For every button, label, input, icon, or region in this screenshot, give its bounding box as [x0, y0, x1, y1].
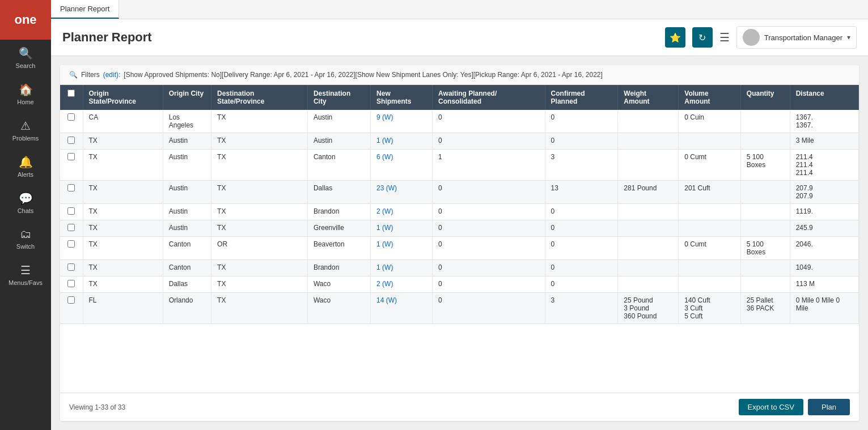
new-shipments-cell[interactable]: 1 (W): [371, 237, 433, 260]
filters-edit-link[interactable]: (edit):: [103, 71, 121, 79]
awaiting-cell: 0: [433, 293, 545, 324]
dest-state-cell: TX: [211, 150, 308, 181]
row-checkbox-cell[interactable]: [60, 133, 83, 150]
weight-cell: 25 Pound3 Pound360 Pound: [618, 293, 679, 324]
row-checkbox-cell[interactable]: [60, 110, 83, 133]
table-footer: Viewing 1-33 of 33 Export to CSV Plan: [60, 393, 859, 421]
row-checkbox-cell[interactable]: [60, 237, 83, 260]
origin-state-cell: TX: [83, 204, 163, 220]
col-check[interactable]: [60, 85, 83, 110]
new-shipments-link[interactable]: 14 (W): [376, 296, 397, 304]
new-shipments-link[interactable]: 1 (W): [376, 137, 393, 144]
origin-state-cell: FL: [83, 293, 163, 324]
row-checkbox-cell[interactable]: [60, 276, 83, 293]
row-checkbox[interactable]: [67, 224, 75, 231]
new-shipments-cell[interactable]: 1 (W): [371, 220, 433, 237]
row-checkbox-cell[interactable]: [60, 260, 83, 276]
awaiting-cell: 0: [433, 237, 545, 260]
weight-cell: [618, 276, 679, 293]
awaiting-cell: 0: [433, 276, 545, 293]
row-checkbox[interactable]: [67, 280, 75, 287]
origin-state-cell: TX: [83, 237, 163, 260]
sidebar-item-chats[interactable]: 💬 Chats: [0, 185, 51, 221]
hamburger-menu-icon[interactable]: ☰: [719, 31, 730, 44]
table-wrapper[interactable]: Origin State/Province Origin City Destin…: [60, 85, 859, 393]
origin-city-cell: Austin: [163, 133, 211, 150]
app-logo: one: [0, 0, 51, 40]
select-all-checkbox[interactable]: [67, 90, 75, 97]
new-shipments-cell[interactable]: 1 (W): [371, 133, 433, 150]
planner-table: Origin State/Province Origin City Destin…: [60, 85, 859, 324]
favorite-button[interactable]: ⭐: [665, 27, 685, 48]
distance-cell: 0 Mile 0 Mile 0 Mile: [790, 293, 858, 324]
sidebar-item-menus[interactable]: ☰ Menus/Favs: [0, 257, 51, 293]
dest-state-cell: TX: [211, 220, 308, 237]
dest-city-cell: Waco: [307, 276, 370, 293]
sidebar-item-switch[interactable]: 🗂 Switch: [0, 221, 51, 257]
origin-state-cell: TX: [83, 276, 163, 293]
confirmed-cell: 0: [545, 276, 618, 293]
new-shipments-link[interactable]: 6 (W): [376, 153, 393, 161]
refresh-button[interactable]: ↻: [692, 27, 713, 48]
row-checkbox[interactable]: [67, 184, 75, 191]
row-checkbox[interactable]: [67, 240, 75, 248]
new-shipments-link[interactable]: 1 (W): [376, 240, 393, 248]
filters-text: [Show Approved Shipments: No][Delivery R…: [124, 71, 603, 79]
user-menu[interactable]: Transportation Manager ▾: [736, 26, 857, 49]
row-checkbox-cell[interactable]: [60, 181, 83, 204]
row-checkbox[interactable]: [67, 207, 75, 215]
origin-city-cell: Canton: [163, 260, 211, 276]
new-shipments-link[interactable]: 2 (W): [376, 280, 393, 288]
row-checkbox-cell[interactable]: [60, 220, 83, 237]
volume-cell: 0 Cumt: [679, 237, 741, 260]
distance-cell: 1367.1367.: [790, 110, 858, 133]
distance-cell: 113 M: [790, 276, 858, 293]
table-row: TXCantonTXBrandon1 (W)001049.: [60, 260, 859, 276]
origin-city-cell: Los Angeles: [163, 110, 211, 133]
confirmed-cell: 0: [545, 260, 618, 276]
new-shipments-cell[interactable]: 6 (W): [371, 150, 433, 181]
row-checkbox[interactable]: [67, 113, 75, 121]
new-shipments-link[interactable]: 23 (W): [376, 184, 397, 192]
row-checkbox-cell[interactable]: [60, 293, 83, 324]
col-quantity: Quantity: [740, 85, 790, 110]
row-checkbox-cell[interactable]: [60, 204, 83, 220]
row-checkbox[interactable]: [67, 153, 75, 160]
new-shipments-cell[interactable]: 23 (W): [371, 181, 433, 204]
volume-cell: 0 Cumt: [679, 150, 741, 181]
new-shipments-cell[interactable]: 1 (W): [371, 260, 433, 276]
new-shipments-link[interactable]: 1 (W): [376, 224, 393, 232]
new-shipments-cell[interactable]: 14 (W): [371, 293, 433, 324]
sidebar-item-home[interactable]: 🏠 Home: [0, 76, 51, 112]
row-checkbox[interactable]: [67, 263, 75, 271]
new-shipments-link[interactable]: 2 (W): [376, 207, 393, 215]
weight-cell: [618, 220, 679, 237]
row-checkbox[interactable]: [67, 137, 75, 144]
new-shipments-link[interactable]: 9 (W): [376, 113, 393, 121]
export-csv-button[interactable]: Export to CSV: [739, 399, 803, 415]
quantity-cell: 25 Pallet36 PACK: [740, 293, 790, 324]
table-body: CALos AngelesTXAustin9 (W)000 Cuin1367.1…: [60, 110, 859, 324]
tab-planner-report[interactable]: Planner Report: [51, 0, 119, 19]
plan-button[interactable]: Plan: [808, 399, 850, 415]
sidebar-item-search[interactable]: 🔍 Search: [0, 40, 51, 76]
row-checkbox-cell[interactable]: [60, 150, 83, 181]
dest-city-cell: Brandon: [307, 260, 370, 276]
confirmed-cell: 0: [545, 237, 618, 260]
new-shipments-cell[interactable]: 9 (W): [371, 110, 433, 133]
volume-cell: [679, 133, 741, 150]
col-dest-state: Destination State/Province: [211, 85, 308, 110]
row-checkbox[interactable]: [67, 296, 75, 304]
sidebar-item-problems[interactable]: ⚠ Problems: [0, 112, 51, 148]
new-shipments-link[interactable]: 1 (W): [376, 263, 393, 271]
dest-city-cell: Dallas: [307, 181, 370, 204]
new-shipments-cell[interactable]: 2 (W): [371, 204, 433, 220]
new-shipments-cell[interactable]: 2 (W): [371, 276, 433, 293]
menu-icon: ☰: [20, 263, 31, 277]
confirmed-cell: 3: [545, 293, 618, 324]
sidebar-item-alerts[interactable]: 🔔 Alerts: [0, 148, 51, 185]
dest-state-cell: TX: [211, 110, 308, 133]
table-row: TXAustinTXDallas23 (W)013281 Pound201 Cu…: [60, 181, 859, 204]
confirmed-cell: 3: [545, 150, 618, 181]
volume-cell: 201 Cuft: [679, 181, 741, 204]
